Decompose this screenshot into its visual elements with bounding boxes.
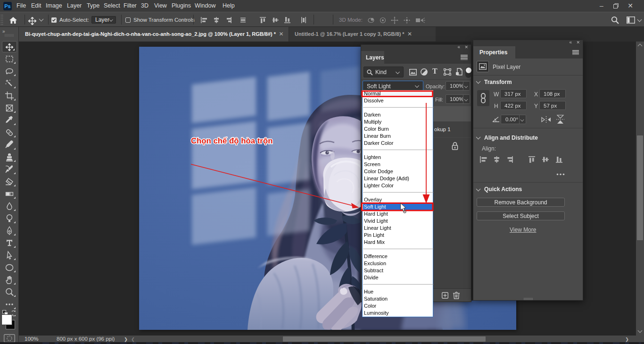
svg-text:Chọn chế độ hòa trộn: Chọn chế độ hòa trộn: [191, 136, 272, 145]
